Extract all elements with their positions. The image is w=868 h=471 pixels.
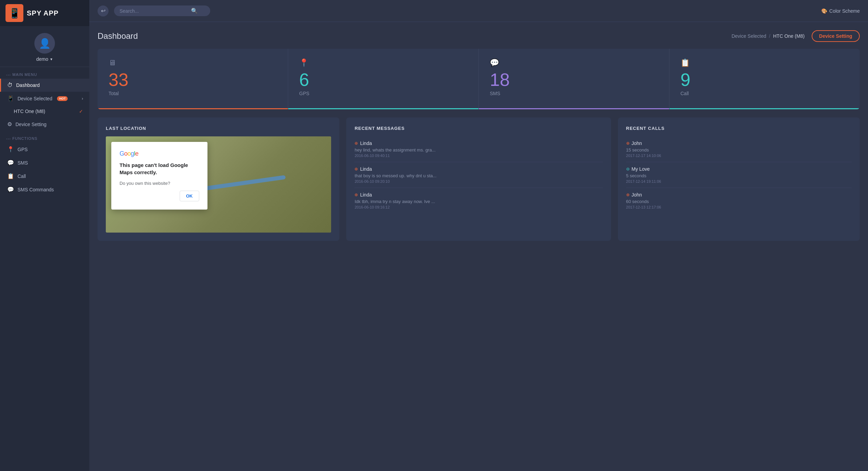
message-item-0: ⊕ Linda hey lind, whats the assignment m… — [354, 136, 602, 162]
page-content: Dashboard Device Selected / HTC One (M8)… — [89, 22, 868, 471]
search-icon: 🔍 — [191, 8, 198, 14]
map-dialog-actions: OK — [120, 191, 199, 201]
sidebar-item-label: Call — [18, 173, 26, 179]
call-duration-2: 60 seconds — [626, 199, 852, 204]
recent-calls-title: RECENT CALLS — [626, 126, 852, 131]
back-button[interactable]: ↩ — [98, 5, 109, 16]
call-label: Call — [680, 91, 689, 96]
msg-text-1: that boy is so messed up. why dnt u sta.… — [354, 173, 464, 178]
sms-stat-icon: 💬 — [490, 58, 499, 67]
recent-calls-card: RECENT CALLS ⊕ John 15 seconds 2017-12-1… — [618, 117, 860, 241]
search-box: 🔍 — [114, 5, 210, 16]
page-title: Dashboard — [98, 31, 138, 41]
google-logo: Google — [120, 150, 199, 157]
logo-area: 📱 SPY APP — [0, 0, 89, 26]
username-caret: ▼ — [50, 57, 53, 61]
call-duration-1: 5 seconds — [626, 173, 852, 178]
color-scheme-icon: 🎨 — [821, 8, 827, 14]
stat-total: 🖥 33 Total — [98, 49, 288, 109]
gps-stat-icon: 📍 — [299, 58, 308, 67]
message-item-1: ⊕ Linda that boy is so messed up. why dn… — [354, 162, 602, 188]
breadcrumb-separator: / — [769, 33, 770, 39]
msg-text-0: hey lind, whats the assignment ms. gra..… — [354, 147, 464, 153]
chevron-icon: › — [82, 96, 83, 101]
sidebar-item-label: Dashboard — [16, 82, 40, 88]
call-contact-2: John — [632, 192, 642, 198]
call-item-2: ⊕ John 60 seconds 2017-12-13 12:17:06 — [626, 188, 852, 213]
msg-dir-icon-0: ⊕ — [354, 141, 358, 146]
call-name-0: ⊕ John — [626, 141, 852, 146]
map-dialog-question: Do you own this website? — [120, 181, 199, 186]
device-setting-button[interactable]: Device Setting — [812, 30, 860, 42]
sidebar-item-label: GPS — [18, 147, 28, 152]
total-icon: 🖥 — [109, 58, 116, 67]
sidebar-item-dashboard[interactable]: ⏱ Dashboard — [0, 79, 89, 92]
stats-row: 🖥 33 Total 📍 6 GPS 💬 18 SMS 📋 9 Call — [98, 49, 860, 109]
total-value: 33 — [109, 71, 128, 89]
sidebar-item-sms-commands[interactable]: 💬 SMS Commands — [0, 183, 89, 196]
message-item-2: ⊕ Linda Idk tbh, imma try n stay away no… — [354, 188, 602, 213]
last-location-card: LAST LOCATION Google This page can't loa… — [98, 117, 339, 241]
gps-label: GPS — [299, 91, 309, 96]
sidebar-item-gps[interactable]: 📍 GPS — [0, 143, 89, 156]
sidebar-item-device-setting[interactable]: ⚙ Device Setting — [0, 117, 89, 131]
stat-gps: 📍 6 GPS — [288, 49, 479, 109]
msg-contact-2: Linda — [360, 192, 372, 198]
sidebar: 📱 SPY APP 👤 demo ▼ --- MAIN MENU ⏱ Dashb… — [0, 0, 89, 471]
device-name-label: HTC One (M8) — [14, 109, 45, 114]
call-stat-icon: 📋 — [680, 58, 690, 67]
logo-text: SPY APP — [27, 9, 59, 17]
call-time-0: 2017-12-17 14:10:06 — [626, 154, 852, 158]
call-bar — [669, 108, 860, 109]
msg-text-2: Idk tbh, imma try n stay away now. Ive .… — [354, 199, 464, 204]
sidebar-item-label: SMS — [18, 160, 28, 166]
color-scheme-label: Color Scheme — [829, 8, 860, 14]
sidebar-item-label: Device Setting — [15, 122, 46, 127]
device-selected-icon: 📱 — [7, 95, 14, 102]
gps-value: 6 — [299, 71, 309, 89]
content-row: LAST LOCATION Google This page can't loa… — [98, 117, 860, 241]
msg-contact-0: Linda — [360, 141, 372, 146]
sidebar-item-device-selected[interactable]: 📱 Device Selected HOT › — [0, 92, 89, 105]
color-scheme-button[interactable]: 🎨 Color Scheme — [821, 8, 860, 14]
sidebar-item-sms[interactable]: 💬 SMS — [0, 156, 89, 169]
breadcrumb: Device Selected / HTC One (M8) — [732, 33, 805, 39]
map-error-dialog: Google This page can't load Google Maps … — [111, 142, 207, 210]
call-time-2: 2017-12-13 12:17:06 — [626, 205, 852, 209]
call-value: 9 — [680, 71, 690, 89]
call-name-1: ⊖ My Love — [626, 166, 852, 172]
msg-time-1: 2016-06-10 09:20:10 — [354, 179, 602, 183]
call-dir-icon-0: ⊕ — [626, 141, 630, 146]
map-dialog-title: This page can't load Google Maps correct… — [120, 161, 199, 176]
msg-name-1: ⊕ Linda — [354, 166, 602, 172]
call-dir-icon-2: ⊕ — [626, 192, 630, 197]
msg-dir-icon-1: ⊕ — [354, 167, 358, 171]
messages-list: ⊕ Linda hey lind, whats the assignment m… — [354, 136, 602, 213]
functions-label: --- FUNCTIONS — [0, 131, 89, 143]
username-label[interactable]: demo ▼ — [36, 56, 53, 62]
breadcrumb-device-selected: Device Selected — [732, 33, 766, 39]
msg-name-0: ⊕ Linda — [354, 141, 602, 146]
map-dialog-overlay: Google This page can't load Google Maps … — [106, 136, 331, 233]
msg-dir-icon-2: ⊕ — [354, 192, 358, 197]
map-dialog-ok-button[interactable]: OK — [180, 191, 200, 201]
check-icon: ✓ — [79, 109, 83, 114]
hot-badge: HOT — [57, 96, 68, 101]
device-setting-icon: ⚙ — [7, 121, 12, 127]
breadcrumb-device-name: HTC One (M8) — [773, 33, 805, 39]
recent-messages-title: RECENT MESSAGES — [354, 126, 602, 131]
topbar: ↩ 🔍 🎨 Color Scheme — [89, 0, 868, 22]
sidebar-sub-item-htc[interactable]: HTC One (M8) ✓ — [0, 105, 89, 117]
sidebar-item-call[interactable]: 📋 Call — [0, 169, 89, 183]
msg-name-2: ⊕ Linda — [354, 192, 602, 198]
last-location-title: LAST LOCATION — [106, 126, 331, 131]
call-item-0: ⊕ John 15 seconds 2017-12-17 14:10:06 — [626, 136, 852, 162]
search-input[interactable] — [120, 8, 188, 14]
dashboard-icon: ⏱ — [7, 82, 13, 88]
call-contact-1: My Love — [632, 166, 650, 172]
avatar: 👤 — [34, 33, 55, 54]
stat-call: 📋 9 Call — [669, 49, 860, 109]
call-name-2: ⊕ John — [626, 192, 852, 198]
msg-time-0: 2016-06-10 09:40:11 — [354, 154, 602, 158]
msg-time-2: 2016-06-10 09:16:12 — [354, 205, 602, 209]
